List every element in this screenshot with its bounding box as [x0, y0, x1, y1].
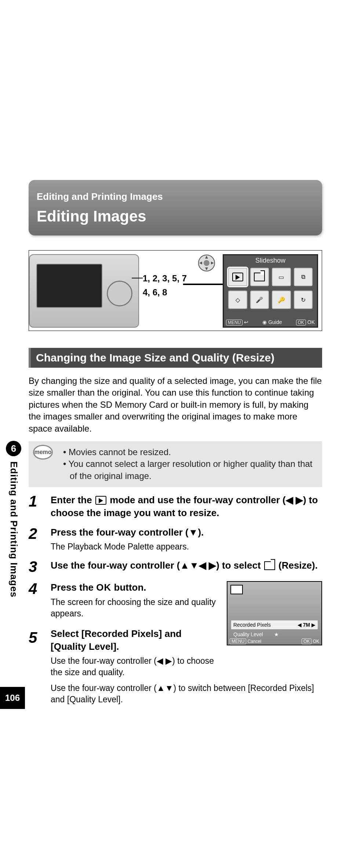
palette-item-slideshow-icon: [228, 268, 247, 286]
back-icon: ↩: [244, 319, 248, 325]
palette-item-voice-icon: 🎤: [250, 291, 269, 309]
chapter-title-vertical: Editing and Printing Images: [8, 461, 19, 598]
quality-level-value: ★: [274, 631, 279, 637]
palette-item-crop-icon: ▭: [272, 268, 291, 286]
controller-icon: [198, 254, 215, 272]
svg-point-1: [204, 260, 209, 266]
ok-button-glyph: OK: [96, 582, 111, 593]
step-3-title: Use the four-way controller (▲▼◀ ▶) to s…: [51, 559, 322, 572]
recorded-pixels-row: Recorded Pixels ◀ 7M ▶: [231, 620, 318, 629]
left-arrow-icon: ◀: [298, 622, 302, 628]
step-number: 5: [29, 627, 37, 648]
quality-level-row: Quality Level ★: [231, 631, 318, 637]
recorded-pixels-value: 7M: [303, 622, 310, 628]
chapter-header-band: Editing and Printing Images Editing Imag…: [29, 180, 322, 235]
step-number: 2: [29, 526, 51, 552]
playback-palette-screen: Slideshow ▭ ⧉ ◇ 🎤 🔑 ↻ MENU ↩ ◉ Guide OK …: [223, 254, 318, 328]
guide-label: Guide: [268, 319, 282, 325]
right-arrow-icon: ▶: [311, 622, 316, 628]
memo-item: You cannot select a larger resolution or…: [63, 458, 316, 482]
playback-mode-icon: [95, 496, 106, 505]
palette-item-copy-icon: ⧉: [294, 268, 313, 286]
chapter-number-badge: 6: [6, 441, 21, 456]
step-5-subtext-1: Use the four-way controller (◀ ▶) to cho…: [51, 655, 218, 678]
ok-label: OK: [307, 319, 315, 325]
palette-item-protect-icon: 🔑: [272, 291, 291, 309]
step-4-subtext: The screen for choosing the size and qua…: [51, 597, 218, 619]
step-2-subtext: The Playback Mode Palette appears.: [51, 541, 322, 552]
page-number: 106: [0, 687, 25, 709]
cancel-label: Cancel: [248, 639, 261, 644]
camera-back-illustration: [29, 254, 139, 328]
page-title: Editing Images: [37, 208, 314, 225]
memo-item: Movies cannot be resized.: [63, 446, 316, 458]
step-2-title: Press the four-way controller (▼).: [51, 526, 322, 539]
step-number: 3: [29, 559, 51, 575]
camera-diagram: 1, 2, 3, 5, 7 4, 6, 8 Slideshow ▭ ⧉: [29, 250, 322, 331]
resize-icon: [264, 561, 275, 570]
palette-item-rotate-icon: ◇: [228, 291, 247, 309]
memo-box: memo Movies cannot be resized. You canno…: [29, 441, 322, 487]
chapter-tab: 6 Editing and Printing Images: [0, 441, 28, 598]
step-5-title: 5 Select [Recorded Pixels] and [Quality …: [51, 627, 218, 653]
camera-lcd-illustration: [36, 264, 102, 308]
step-callout: 1, 2, 3, 5, 7 4, 6, 8: [143, 273, 187, 298]
step-5-subtext-2: Use the four-way controller (▲▼) to swit…: [51, 682, 322, 705]
breadcrumb: Editing and Printing Images: [37, 191, 314, 202]
guide-dot-icon: ◉: [262, 319, 267, 325]
palette-item-resize-icon: [250, 268, 269, 286]
ok-button-label: OK: [296, 320, 306, 325]
memo-icon: memo: [31, 445, 55, 461]
menu-button-label: MENU: [226, 320, 243, 325]
intro-paragraph: By changing the size and quality of a se…: [29, 375, 322, 435]
callout-line-2: 4, 6, 8: [143, 287, 187, 298]
resize-icon: [230, 585, 243, 594]
callout-line-1: 1, 2, 3, 5, 7: [143, 273, 187, 284]
step-1-title: Enter the mode and use the four-way cont…: [51, 494, 322, 519]
section-title: Changing the Image Size and Quality (Res…: [29, 348, 322, 368]
menu-button-label: MENU: [230, 638, 246, 644]
ok-button-label: OK: [302, 638, 311, 644]
palette-item-dpof-icon: ↻: [294, 291, 313, 309]
resize-settings-screen: Recorded Pixels ◀ 7M ▶ Quality Level ★: [227, 581, 322, 645]
ok-label: OK: [313, 639, 319, 644]
step-4-title: Press the OK button.: [51, 581, 218, 594]
step-number: 1: [29, 494, 51, 519]
four-way-controller-illustration: [107, 281, 132, 306]
palette-title: Slideshow: [224, 257, 317, 264]
